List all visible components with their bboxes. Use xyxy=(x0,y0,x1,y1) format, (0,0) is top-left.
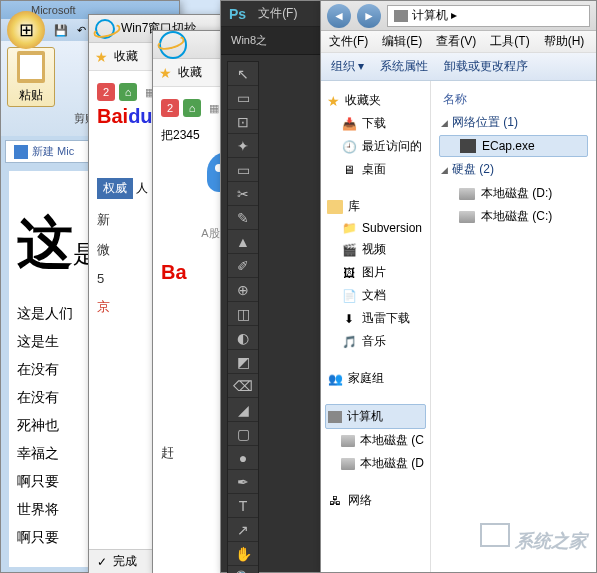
address-bar[interactable]: 计算机 ▸ xyxy=(387,5,590,27)
ps-tool[interactable]: ◢ xyxy=(228,398,258,422)
ps-tool[interactable]: ● xyxy=(228,446,258,470)
ps-tool[interactable]: ◫ xyxy=(228,302,258,326)
doc-tab-label: 新建 Mic xyxy=(32,144,74,159)
auth-badge: 权威 xyxy=(97,178,133,199)
star-icon: ★ xyxy=(327,93,340,109)
item-icon: 📥 xyxy=(341,117,357,131)
save-icon[interactable]: 💾 xyxy=(53,22,69,38)
list-group-drives[interactable]: ◢硬盘 (2) xyxy=(439,157,588,182)
menu-item[interactable]: 查看(V) xyxy=(436,33,476,50)
ps-tool[interactable]: ↗ xyxy=(228,518,258,542)
favorites-star-icon[interactable]: ★ xyxy=(159,65,172,81)
command-item[interactable]: 组织 ▾ xyxy=(331,58,364,75)
tree-item[interactable]: 🖥桌面 xyxy=(339,158,426,181)
item-icon: 📄 xyxy=(341,289,357,303)
explorer-window: ◄ ► 计算机 ▸ 文件(F)编辑(E)查看(V)工具(T)帮助(H) 组织 ▾… xyxy=(320,0,597,573)
ps-tool[interactable]: ⊕ xyxy=(228,278,258,302)
ps-tool[interactable]: ⊡ xyxy=(228,110,258,134)
list-item[interactable]: 本地磁盘 (C:) xyxy=(439,205,588,228)
explorer-body: ★收藏夹 📥下载🕘最近访问的🖥桌面 库 📁Subversion🎬视频🖼图片📄文档… xyxy=(321,81,596,572)
tree-item[interactable]: 🖼图片 xyxy=(339,261,426,284)
homegroup-icon: 👥 xyxy=(327,372,343,386)
ps-tool[interactable]: ▢ xyxy=(228,422,258,446)
explorer-titlebar: ◄ ► 计算机 ▸ xyxy=(321,1,596,31)
explorer-menubar: 文件(F)编辑(E)查看(V)工具(T)帮助(H) xyxy=(321,31,596,53)
explorer-tree: ★收藏夹 📥下载🕘最近访问的🖥桌面 库 📁Subversion🎬视频🖼图片📄文档… xyxy=(321,81,431,572)
command-item[interactable]: 系统属性 xyxy=(380,58,428,75)
item-icon: 🎬 xyxy=(341,243,357,257)
ps-file-menu[interactable]: 文件(F) xyxy=(258,5,297,22)
drive-icon xyxy=(459,188,475,200)
menu-item[interactable]: 帮助(H) xyxy=(544,33,585,50)
item-icon: 🖼 xyxy=(341,266,357,280)
paste-button[interactable]: 粘贴 xyxy=(7,47,55,107)
column-header-name[interactable]: 名称 xyxy=(439,89,588,110)
home-icon[interactable]: ⌂ xyxy=(183,99,201,117)
undo-icon[interactable]: ↶ xyxy=(73,22,89,38)
command-item[interactable]: 卸载或更改程序 xyxy=(444,58,528,75)
ps-tool[interactable]: ✋ xyxy=(228,542,258,566)
large-char: 这 xyxy=(17,212,73,274)
breadcrumb[interactable]: 计算机 ▸ xyxy=(412,7,457,24)
tree-item[interactable]: 🕘最近访问的 xyxy=(339,135,426,158)
tree-item[interactable]: 📥下载 xyxy=(339,112,426,135)
paste-label: 粘贴 xyxy=(19,87,43,104)
nav-icon[interactable]: 2 xyxy=(97,83,115,101)
collapse-icon: ◢ xyxy=(441,118,448,128)
tree-item[interactable]: 📄文档 xyxy=(339,284,426,307)
menu-item[interactable]: 编辑(E) xyxy=(382,33,422,50)
ps-tool[interactable]: ▭ xyxy=(228,158,258,182)
favorites-label[interactable]: 收藏 xyxy=(114,48,138,65)
tree-library[interactable]: 库 xyxy=(325,195,426,218)
list-item[interactable]: 本地磁盘 (D:) xyxy=(439,182,588,205)
tree-item[interactable]: ⬇迅雷下载 xyxy=(339,307,426,330)
collapse-icon: ◢ xyxy=(441,165,448,175)
list-group-network[interactable]: ◢网络位置 (1) xyxy=(439,110,588,135)
ps-tool[interactable]: T xyxy=(228,494,258,518)
favorites-star-icon[interactable]: ★ xyxy=(95,49,108,65)
tree-favorites[interactable]: ★收藏夹 xyxy=(325,89,426,112)
ie-icon xyxy=(159,31,187,59)
menu-item[interactable]: 工具(T) xyxy=(490,33,529,50)
nav-icon[interactable]: 2 xyxy=(161,99,179,117)
tree-homegroup[interactable]: 👥家庭组 xyxy=(325,367,426,390)
favorites-label[interactable]: 收藏 xyxy=(178,64,202,81)
tree-item[interactable]: 📁Subversion xyxy=(339,218,426,238)
ie-icon xyxy=(95,19,115,39)
ps-tool[interactable]: ✒ xyxy=(228,470,258,494)
item-icon: 📁 xyxy=(341,221,357,235)
ps-document-tab[interactable]: Win8之 xyxy=(221,27,329,55)
ps-tool[interactable]: ◐ xyxy=(228,326,258,350)
ps-tool[interactable]: ✎ xyxy=(228,206,258,230)
ps-tool[interactable]: ▲ xyxy=(228,230,258,254)
nav-back-button[interactable]: ◄ xyxy=(327,4,351,28)
explorer-command-bar: 组织 ▾系统属性卸载或更改程序 xyxy=(321,53,596,81)
ps-tool[interactable]: ✐ xyxy=(228,254,258,278)
ps-menubar: Ps 文件(F) xyxy=(221,1,329,27)
tree-network[interactable]: 🖧网络 xyxy=(325,489,426,512)
doc-icon xyxy=(14,145,28,159)
tree-item[interactable]: 本地磁盘 (D xyxy=(339,452,426,475)
ps-tool[interactable]: ✦ xyxy=(228,134,258,158)
tree-item[interactable]: 🎵音乐 xyxy=(339,330,426,353)
office-button[interactable]: ⊞ xyxy=(7,11,45,49)
ps-tool[interactable]: ✂ xyxy=(228,182,258,206)
nav-forward-button[interactable]: ► xyxy=(357,4,381,28)
home-icon[interactable]: ⌂ xyxy=(119,83,137,101)
ps-toolbox: ↖▭⊡✦▭✂✎▲✐⊕◫◐◩⌫◢▢●✒T↗✋🔍▭◉ xyxy=(227,61,259,573)
ps-tool[interactable]: 🔍 xyxy=(228,566,258,573)
tree-item[interactable]: 本地磁盘 (C xyxy=(339,429,426,452)
ps-tool[interactable]: ◩ xyxy=(228,350,258,374)
tree-item[interactable]: 🎬视频 xyxy=(339,238,426,261)
status-check-icon: ✓ xyxy=(97,555,107,569)
library-icon xyxy=(327,200,343,214)
list-item[interactable]: ECap.exe xyxy=(439,135,588,157)
explorer-list: 名称 ◢网络位置 (1) ECap.exe ◢硬盘 (2) 本地磁盘 (D:)本… xyxy=(431,81,596,572)
ps-tool[interactable]: ⌫ xyxy=(228,374,258,398)
ps-tool[interactable]: ▭ xyxy=(228,86,258,110)
tree-computer[interactable]: 计算机 xyxy=(325,404,426,429)
ps-logo: Ps xyxy=(229,6,246,22)
network-icon: 🖧 xyxy=(327,494,343,508)
menu-item[interactable]: 文件(F) xyxy=(329,33,368,50)
ps-tool[interactable]: ↖ xyxy=(228,62,258,86)
